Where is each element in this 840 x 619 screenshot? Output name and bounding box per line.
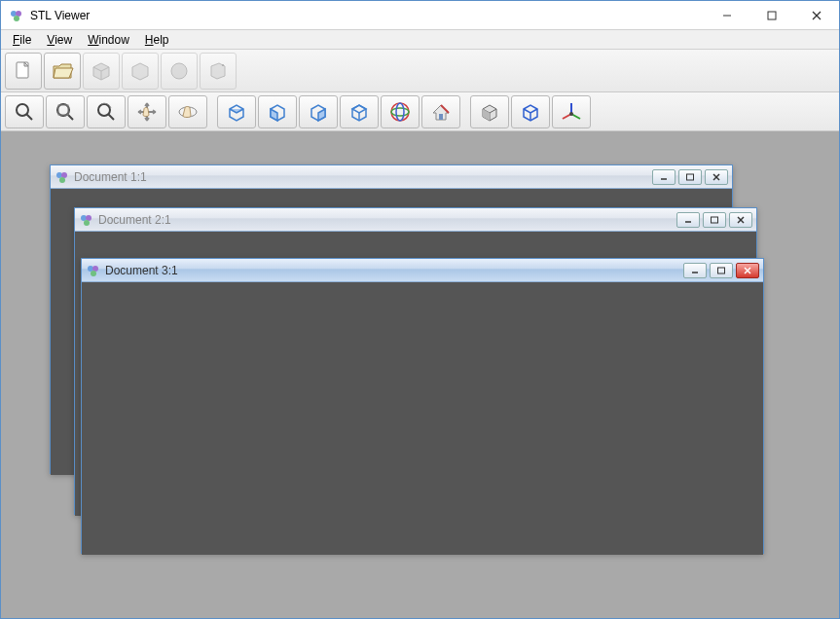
mdi-minimize-button[interactable] (676, 212, 700, 228)
svg-point-20 (396, 103, 404, 121)
svg-point-35 (84, 220, 90, 226)
view-iso-right-button[interactable] (340, 95, 379, 128)
box-flat-button[interactable] (200, 53, 237, 90)
pan-button[interactable] (128, 95, 166, 128)
zoom-in-button[interactable] (5, 95, 44, 128)
svg-point-9 (222, 64, 224, 66)
mdi-titlebar[interactable]: Document 2:1 (75, 208, 756, 232)
system-buttons (705, 1, 839, 29)
mdi-titlebar[interactable]: Document 1:1 (51, 165, 732, 189)
menu-window[interactable]: Window (80, 32, 137, 48)
document-icon (86, 263, 101, 278)
mdi-maximize-button[interactable] (703, 212, 726, 228)
view-iso-left-button[interactable] (258, 95, 297, 128)
shade-flat-button[interactable] (83, 53, 120, 90)
svg-rect-14 (58, 105, 68, 115)
axes-tripod-button[interactable] (552, 95, 591, 128)
svg-point-18 (391, 103, 409, 121)
svg-rect-21 (439, 114, 443, 120)
mdi-titlebar[interactable]: Document 3:1 (82, 259, 763, 282)
rotate-free-button[interactable] (168, 95, 207, 128)
app-title: STL Viewer (30, 9, 705, 22)
svg-point-25 (569, 112, 573, 116)
svg-rect-4 (768, 12, 776, 19)
maximize-button[interactable] (749, 1, 794, 29)
mdi-minimize-button[interactable] (652, 169, 676, 185)
titlebar: STL Viewer (1, 1, 839, 30)
zoom-rotate-button[interactable] (87, 95, 126, 128)
document-title: Document 1:1 (74, 170, 649, 184)
menu-help[interactable]: Help (137, 32, 177, 48)
mdi-close-button[interactable] (736, 263, 759, 278)
sphere-button[interactable] (161, 53, 198, 90)
view-iso-front-button[interactable] (299, 95, 338, 128)
svg-rect-37 (712, 217, 718, 223)
shade-smooth-button[interactable] (122, 53, 159, 90)
svg-rect-30 (687, 174, 694, 180)
mdi-maximize-button[interactable] (678, 169, 702, 185)
mdi-workspace: Document 1:1Document 2:1Document 3:1 (1, 131, 839, 619)
mdi-close-button[interactable] (705, 169, 728, 185)
menubar: File View Window Help (1, 30, 839, 50)
document-title: Document 2:1 (98, 213, 674, 227)
svg-point-8 (171, 63, 187, 79)
document-title: Document 3:1 (105, 264, 680, 277)
svg-point-42 (91, 271, 96, 276)
svg-rect-44 (718, 268, 725, 273)
svg-point-28 (59, 177, 65, 183)
toolbar-main (1, 50, 839, 92)
menu-file[interactable]: File (5, 32, 39, 48)
home-view-button[interactable] (421, 95, 460, 128)
shade-solid-button[interactable] (470, 95, 509, 128)
shade-wire-button[interactable] (511, 95, 550, 128)
close-button[interactable] (794, 1, 839, 29)
document-icon (79, 212, 94, 228)
new-document-button[interactable] (5, 53, 42, 90)
menu-view[interactable]: View (39, 32, 80, 48)
axis-gizmo-button[interactable] (381, 95, 420, 128)
document-icon (55, 169, 70, 185)
svg-line-16 (108, 114, 114, 120)
mdi-minimize-button[interactable] (683, 263, 707, 278)
app-icon (9, 8, 24, 23)
open-folder-button[interactable] (44, 53, 81, 90)
svg-point-19 (391, 108, 409, 116)
svg-line-11 (26, 114, 32, 120)
view-iso-top-button[interactable] (217, 95, 256, 128)
mdi-window[interactable]: Document 3:1 (81, 258, 764, 554)
mdi-maximize-button[interactable] (710, 263, 733, 278)
toolbar-view (1, 92, 839, 131)
minimize-button[interactable] (705, 1, 749, 29)
mdi-close-button[interactable] (729, 212, 752, 228)
svg-point-2 (14, 16, 19, 21)
zoom-fit-button[interactable] (46, 95, 85, 128)
mdi-viewport[interactable] (82, 282, 763, 555)
